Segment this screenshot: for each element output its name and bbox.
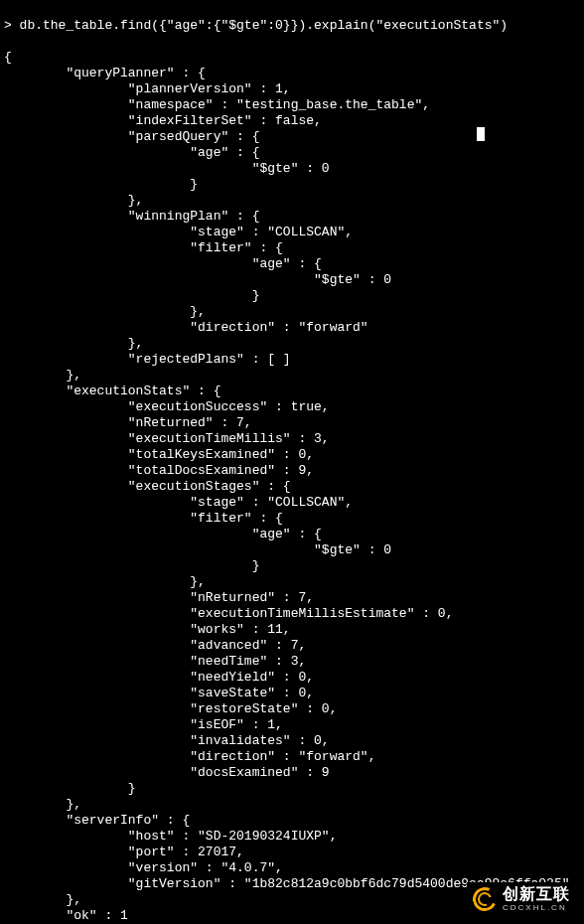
text-cursor [477, 127, 485, 141]
json-output: { "queryPlanner" : { "plannerVersion" : … [4, 50, 570, 924]
watermark-sub: CDCXHL.CN [503, 904, 570, 912]
terminal-output: > db.the_table.find({"age":{"$gte":0}}).… [4, 2, 580, 924]
watermark-main: 创新互联 [503, 886, 570, 902]
watermark-icon [473, 887, 497, 911]
watermark-logo: 创新互联 CDCXHL.CN [467, 882, 576, 916]
command-line: > db.the_table.find({"age":{"$gte":0}}).… [4, 18, 508, 33]
